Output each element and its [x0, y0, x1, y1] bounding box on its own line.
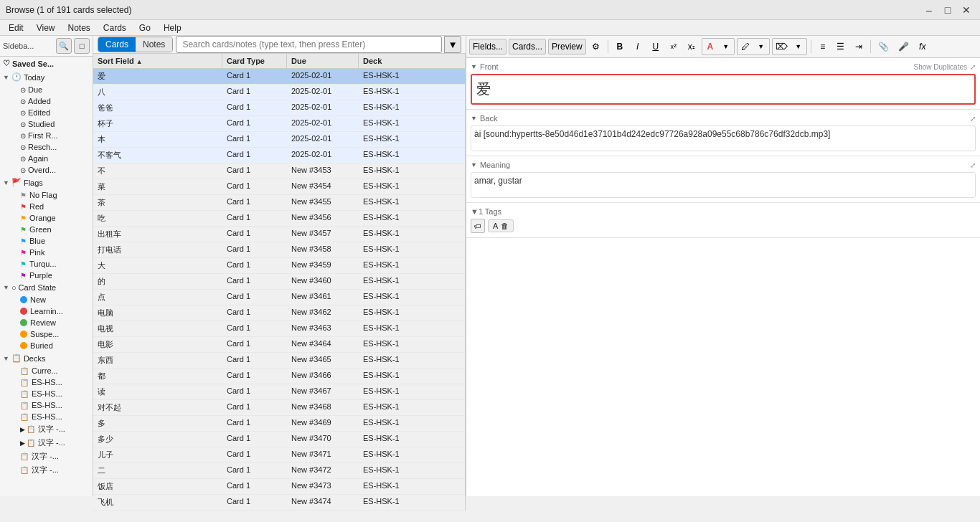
- sidebar-deck-7[interactable]: 📋汉字 -...: [0, 450, 93, 463]
- table-row[interactable]: 爸爸 Card 1 2025-02-01 ES-HSK-1: [93, 100, 465, 116]
- sidebar-deck-6[interactable]: ▶📋汉字 -...: [0, 436, 93, 450]
- sidebar-flag-green[interactable]: ⚑Green: [0, 224, 93, 235]
- table-row[interactable]: 出租车 Card 1 New #3457 ES-HSK-1: [93, 227, 465, 242]
- indent-button[interactable]: ⇥: [851, 39, 867, 54]
- table-row[interactable]: 八 Card 1 2025-02-01 ES-HSK-1: [93, 85, 465, 100]
- table-row[interactable]: 的 Card 1 New #3460 ES-HSK-1: [93, 274, 465, 290]
- table-row[interactable]: 不客气 Card 1 2025-02-01 ES-HSK-1: [93, 148, 465, 163]
- preview-button[interactable]: Preview: [548, 39, 586, 54]
- sidebar-cardstate-new[interactable]: New: [0, 294, 93, 305]
- meaning-field[interactable]: amar, gustar: [471, 172, 976, 198]
- attach-button[interactable]: 📎: [875, 39, 892, 54]
- sidebar-expand-button[interactable]: □: [74, 38, 90, 54]
- underline-button[interactable]: U: [648, 39, 664, 54]
- sidebar-today-edited[interactable]: ⊙Edited: [0, 107, 93, 118]
- table-row[interactable]: 多少 Card 1 New #3470 ES-HSK-1: [93, 432, 465, 447]
- superscript-button[interactable]: x²: [666, 39, 682, 54]
- menu-cards[interactable]: Cards: [98, 22, 132, 34]
- notes-toggle-button[interactable]: Notes: [136, 37, 172, 52]
- table-row[interactable]: 都 Card 1 New #3466 ES-HSK-1: [93, 369, 465, 384]
- menu-notes[interactable]: Notes: [62, 22, 95, 34]
- today-group-header[interactable]: ▼ 🕐 Today: [0, 70, 93, 84]
- eraser-dropdown[interactable]: ▼: [791, 39, 806, 54]
- eraser-button[interactable]: ⌦: [773, 39, 791, 54]
- table-row[interactable]: 大 Card 1 New #3459 ES-HSK-1: [93, 258, 465, 274]
- sort-field-header[interactable]: Sort Field ▲: [93, 54, 222, 68]
- table-row[interactable]: 电脑 Card 1 New #3462 ES-HSK-1: [93, 305, 465, 321]
- back-expand-button[interactable]: ⤢: [970, 115, 976, 123]
- ordered-list-button[interactable]: ☰: [833, 39, 849, 54]
- table-row[interactable]: 读 Card 1 New #3467 ES-HSK-1: [93, 384, 465, 400]
- table-row[interactable]: 多 Card 1 New #3469 ES-HSK-1: [93, 416, 465, 432]
- unordered-list-button[interactable]: ≡: [815, 39, 831, 54]
- sidebar-deck-8[interactable]: 📋汉字 -...: [0, 463, 93, 477]
- sidebar-today-overd[interactable]: ⊙Overd...: [0, 164, 93, 176]
- menu-edit[interactable]: Edit: [3, 22, 29, 34]
- sidebar-deck-5[interactable]: ▶📋汉字 -...: [0, 422, 93, 436]
- card-state-group-header[interactable]: ▼ ○ Card State: [0, 281, 93, 294]
- deck-header[interactable]: Deck: [359, 54, 465, 68]
- table-row[interactable]: 飞机 Card 1 New #3474 ES-HSK-1: [93, 495, 465, 511]
- front-field[interactable]: 爱: [471, 74, 976, 105]
- close-button[interactable]: ✕: [958, 2, 974, 18]
- saved-searches[interactable]: ♡ Saved Se...: [0, 57, 93, 70]
- table-row[interactable]: 东西 Card 1 New #3465 ES-HSK-1: [93, 353, 465, 369]
- sidebar-today-resch[interactable]: ⊙Resch...: [0, 141, 93, 153]
- sidebar-flag-orange[interactable]: ⚑Orange: [0, 212, 93, 224]
- minimize-button[interactable]: –: [921, 2, 937, 18]
- sidebar-cardstate-review[interactable]: Review: [0, 317, 93, 328]
- sidebar-deck-2[interactable]: 📋ES-HS...: [0, 388, 93, 399]
- add-tag-button[interactable]: 🏷: [471, 219, 485, 233]
- flags-group-header[interactable]: ▼ 🚩 Flags: [0, 176, 93, 189]
- table-row[interactable]: 杯子 Card 1 2025-02-01 ES-HSK-1: [93, 116, 465, 132]
- table-row[interactable]: 爱 Card 1 2025-02-01 ES-HSK-1: [93, 69, 465, 85]
- gear-button[interactable]: ⚙: [588, 39, 604, 54]
- sidebar-today-studied[interactable]: ⊙Studied: [0, 118, 93, 130]
- sidebar-flag-noflag[interactable]: ⚑No Flag: [0, 189, 93, 201]
- sidebar-cardstate-buried[interactable]: Buried: [0, 340, 93, 351]
- sidebar-deck-0[interactable]: 📋Curre...: [0, 365, 93, 376]
- table-row[interactable]: 打电话 Card 1 New #3458 ES-HSK-1: [93, 242, 465, 258]
- table-row[interactable]: 本 Card 1 2025-02-01 ES-HSK-1: [93, 132, 465, 148]
- sidebar-today-added[interactable]: ⊙Added: [0, 95, 93, 107]
- sidebar-deck-1[interactable]: 📋ES-HS...: [0, 376, 93, 388]
- sidebar-today-again[interactable]: ⊙Again: [0, 153, 93, 164]
- table-row[interactable]: 电影 Card 1 New #3464 ES-HSK-1: [93, 337, 465, 353]
- delete-tag-icon[interactable]: 🗑: [501, 222, 509, 230]
- table-row[interactable]: 对不起 Card 1 New #3468 ES-HSK-1: [93, 400, 465, 416]
- cards-button[interactable]: Cards...: [509, 39, 546, 54]
- sidebar-today-due[interactable]: ⊙Due: [0, 84, 93, 95]
- table-row[interactable]: 不 Card 1 New #3453 ES-HSK-1: [93, 163, 465, 179]
- menu-go[interactable]: Go: [133, 22, 156, 34]
- italic-button[interactable]: I: [630, 39, 646, 54]
- card-type-header[interactable]: Card Type: [222, 54, 287, 68]
- sidebar-cardstate-learnin[interactable]: Learnin...: [0, 305, 93, 317]
- table-row[interactable]: 儿子 Card 1 New #3471 ES-HSK-1: [93, 447, 465, 463]
- cards-toggle-button[interactable]: Cards: [98, 37, 136, 52]
- sidebar-deck-3[interactable]: 📋ES-HS...: [0, 399, 93, 411]
- table-row[interactable]: 饭店 Card 1 New #3473 ES-HSK-1: [93, 479, 465, 495]
- tag-badge[interactable]: A 🗑: [488, 219, 514, 232]
- search-dropdown-button[interactable]: ▼: [444, 36, 461, 53]
- audio-button[interactable]: 🎤: [895, 39, 913, 54]
- sidebar-flag-purple[interactable]: ⚑Purple: [0, 270, 93, 281]
- search-input[interactable]: [176, 36, 442, 53]
- highlight-button[interactable]: 🖊: [738, 39, 753, 54]
- subscript-button[interactable]: x₂: [684, 39, 699, 54]
- formula-button[interactable]: fx: [915, 39, 930, 54]
- meaning-expand-button[interactable]: ⤢: [970, 161, 976, 169]
- highlight-dropdown[interactable]: ▼: [753, 39, 769, 54]
- table-row[interactable]: 点 Card 1 New #3461 ES-HSK-1: [93, 290, 465, 305]
- table-row[interactable]: 电视 Card 1 New #3463 ES-HSK-1: [93, 321, 465, 337]
- due-header[interactable]: Due: [287, 54, 359, 68]
- back-field[interactable]: ài [sound:hypertts-8e50d46d1e37101b4d242…: [471, 125, 976, 151]
- table-row[interactable]: 吃 Card 1 New #3456 ES-HSK-1: [93, 211, 465, 227]
- font-color-button[interactable]: A: [702, 39, 718, 54]
- font-color-dropdown[interactable]: ▼: [718, 39, 734, 54]
- sidebar-flag-red[interactable]: ⚑Red: [0, 201, 93, 212]
- sidebar-today-firstr[interactable]: ⊙First R...: [0, 130, 93, 141]
- fields-button[interactable]: Fields...: [469, 39, 507, 54]
- table-row[interactable]: 菜 Card 1 New #3454 ES-HSK-1: [93, 179, 465, 195]
- sidebar-flag-pink[interactable]: ⚑Pink: [0, 247, 93, 258]
- decks-group-header[interactable]: ▼ 📋 Decks: [0, 351, 93, 365]
